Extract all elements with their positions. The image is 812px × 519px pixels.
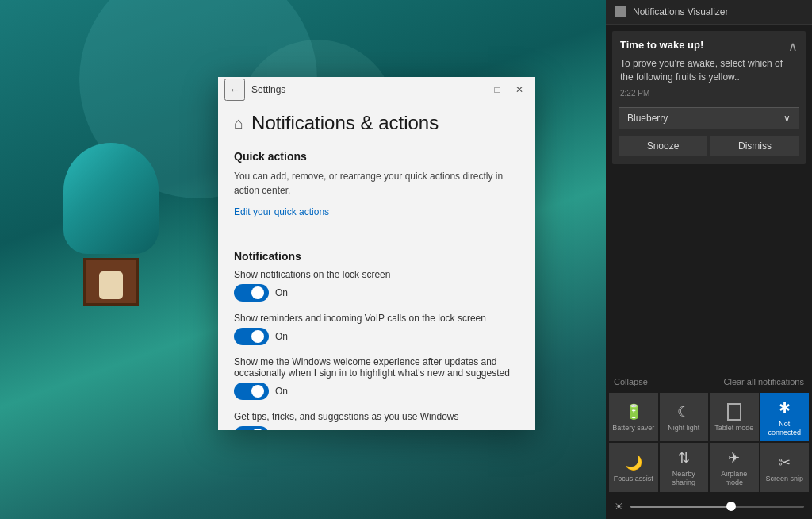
toggle-state-1: On (275, 287, 288, 298)
brightness-row: ☀ (606, 494, 812, 519)
balloon-envelope (63, 143, 159, 254)
visualizer-header: Notifications Visualizer (606, 0, 812, 25)
quick-actions-description: You can add, remove, or rearrange your q… (234, 169, 519, 198)
brightness-icon: ☀ (614, 500, 624, 513)
notif-title: Time to wake up! (620, 39, 703, 51)
focus-assist-icon: 🌙 (625, 454, 642, 471)
toggle-switch-4[interactable] (234, 426, 269, 430)
battery-saver-label: Battery saver (612, 424, 654, 432)
section-divider-1 (234, 240, 519, 240)
maximize-button[interactable]: □ (488, 80, 507, 99)
not-connected-icon: ✱ (779, 399, 791, 417)
toggle-switch-3[interactable] (234, 383, 269, 400)
clear-all-link[interactable]: Clear all notifications (724, 377, 805, 386)
action-center-bottom: Collapse Clear all notifications 🔋 Batte… (606, 372, 812, 519)
balloon-character (99, 271, 123, 299)
notif-dropdown[interactable]: Blueberry ∨ (619, 107, 799, 129)
screen-snip-label: Screen snip (765, 475, 803, 483)
tablet-mode-label: Tablet mode (714, 424, 753, 432)
airplane-mode-icon: ✈ (728, 449, 740, 467)
quick-tiles-grid: 🔋 Battery saver ☾ Night light Tablet mod… (606, 391, 812, 494)
toggle-state-4: On (275, 429, 288, 430)
notifications-title: Notifications (234, 250, 519, 263)
tile-screen-snip[interactable]: ✂ Screen snip (760, 443, 810, 492)
settings-content: ⌂ Notifications & actions Quick actions … (218, 102, 535, 430)
tile-not-connected[interactable]: ✱ Not connected (760, 393, 810, 442)
balloon-basket (83, 258, 139, 306)
toggle-state-2: On (275, 331, 288, 342)
notif-dropdown-value: Blueberry (627, 113, 668, 124)
quick-actions-section: Quick actions You can add, remove, or re… (234, 150, 519, 230)
window-controls: — □ ✕ (465, 80, 529, 99)
collapse-link[interactable]: Collapse (614, 377, 648, 386)
toggle-row-1: Show notifications on the lock screen On (234, 269, 519, 302)
close-button[interactable]: ✕ (510, 80, 529, 99)
window-app-title: Settings (245, 84, 465, 95)
focus-assist-label: Focus assist (614, 475, 653, 483)
toggle-container-4: On (234, 426, 519, 430)
visualizer-icon (615, 6, 626, 17)
tile-airplane-mode[interactable]: ✈ Airplane mode (710, 443, 759, 492)
notif-collapse-chevron[interactable]: ∧ (788, 39, 798, 54)
tile-focus-assist[interactable]: 🌙 Focus assist (609, 443, 658, 492)
home-icon: ⌂ (234, 114, 243, 133)
battery-saver-icon: 🔋 (625, 403, 642, 421)
window-titlebar: ← Settings — □ ✕ (218, 77, 535, 102)
toggle-container-2: On (234, 328, 519, 345)
notif-body: To prove you're awake, select which of t… (612, 57, 806, 89)
page-title-row: ⌂ Notifications & actions (234, 112, 519, 134)
edit-quick-actions-link[interactable]: Edit your quick actions (234, 206, 329, 217)
action-center-panel: Notifications Visualizer Time to wake up… (606, 0, 812, 519)
tile-battery-saver[interactable]: 🔋 Battery saver (609, 393, 658, 442)
tile-night-light[interactable]: ☾ Night light (660, 393, 709, 442)
toggle-row-4: Get tips, tricks, and suggestions as you… (234, 411, 519, 430)
airplane-mode-label: Airplane mode (713, 470, 756, 487)
screen-snip-icon: ✂ (779, 454, 791, 471)
night-light-label: Night light (668, 424, 699, 432)
brightness-slider[interactable] (630, 506, 804, 508)
toggle-label-3: Show me the Windows welcome experience a… (234, 356, 519, 379)
balloon-decoration (63, 143, 159, 306)
notification-card: Time to wake up! ∧ To prove you're awake… (612, 31, 806, 164)
tile-tablet-mode[interactable]: Tablet mode (710, 393, 759, 442)
tablet-mode-icon (727, 403, 741, 421)
toggle-container-3: On (234, 383, 519, 400)
visualizer-title: Notifications Visualizer (633, 6, 729, 17)
notif-time: 2:22 PM (612, 89, 806, 104)
toggle-label-4: Get tips, tricks, and suggestions as you… (234, 411, 519, 422)
toggle-switch-1[interactable] (234, 284, 269, 302)
not-connected-label: Not connected (764, 420, 806, 437)
notif-dropdown-chevron: ∨ (783, 113, 791, 124)
toggle-row-2: Show reminders and incoming VoIP calls o… (234, 313, 519, 345)
collapse-row: Collapse Clear all notifications (606, 372, 812, 391)
nearby-sharing-label: Nearby sharing (663, 470, 706, 487)
toggle-switch-2[interactable] (234, 328, 269, 345)
notif-card-header: Time to wake up! ∧ (612, 31, 806, 57)
back-button[interactable]: ← (224, 79, 245, 101)
toggle-row-3: Show me the Windows welcome experience a… (234, 356, 519, 400)
notifications-section: Notifications Show notifications on the … (234, 250, 519, 430)
notif-action-buttons: Snooze Dismiss (619, 136, 799, 156)
toggle-label-2: Show reminders and incoming VoIP calls o… (234, 313, 519, 324)
settings-window: ← Settings — □ ✕ ⌂ Notifications & actio… (218, 77, 535, 430)
snooze-button[interactable]: Snooze (619, 136, 707, 156)
toggle-state-3: On (275, 386, 288, 397)
nearby-sharing-icon: ⇅ (678, 449, 690, 467)
tile-nearby-sharing[interactable]: ⇅ Nearby sharing (660, 443, 709, 492)
toggle-label-1: Show notifications on the lock screen (234, 269, 519, 280)
page-title: Notifications & actions (251, 112, 439, 134)
minimize-button[interactable]: — (465, 80, 485, 99)
dismiss-button[interactable]: Dismiss (710, 136, 799, 156)
brightness-thumb (726, 502, 736, 511)
quick-actions-title: Quick actions (234, 150, 519, 163)
toggle-container-1: On (234, 284, 519, 302)
night-light-icon: ☾ (677, 403, 690, 421)
